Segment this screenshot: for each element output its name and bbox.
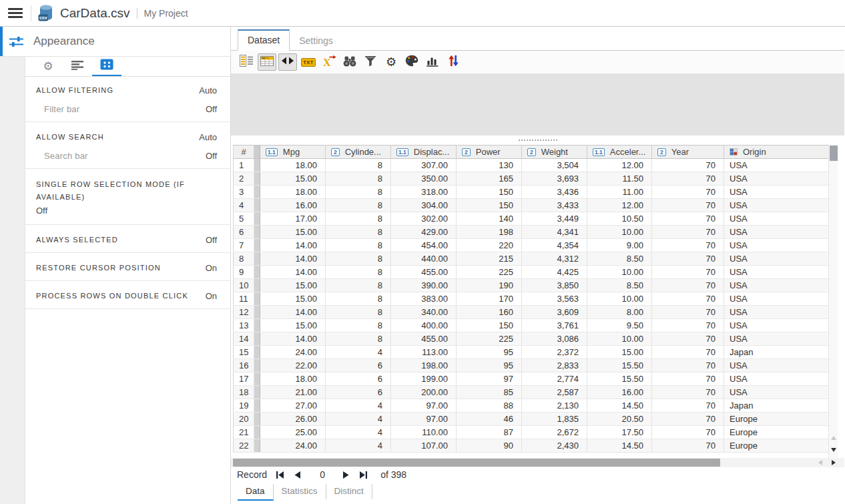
cell-mpg[interactable]: 15.00 <box>260 292 326 306</box>
setting-allow-filtering[interactable]: ALLOW FILTERINGAuto <box>25 81 230 99</box>
setting-restore-cursor-position[interactable]: RESTORE CURSOR POSITIONOn <box>25 258 230 277</box>
row-indicator-cell[interactable] <box>254 172 260 186</box>
table-row[interactable]: 1622.006198.00952,83315.5070USA <box>234 359 829 372</box>
vertical-scrollbar[interactable] <box>828 145 838 458</box>
cell-weight[interactable]: 3,761 <box>522 319 587 332</box>
cell-origin[interactable]: USA <box>724 252 829 266</box>
cell-cylinde[interactable]: 6 <box>326 359 391 372</box>
table-row[interactable]: 814.008440.002154,3128.5070USA <box>234 252 829 266</box>
cell-displac[interactable]: 383.00 <box>391 292 457 306</box>
cell-displac[interactable]: 198.00 <box>391 359 457 372</box>
row-number-cell[interactable]: 20 <box>234 413 254 426</box>
cell-acceler[interactable]: 15.00 <box>587 346 652 359</box>
row-indicator-cell[interactable] <box>254 319 260 332</box>
cell-displac[interactable]: 390.00 <box>391 279 457 292</box>
cell-cylinde[interactable]: 8 <box>326 279 391 292</box>
cell-cylinde[interactable]: 4 <box>326 439 391 453</box>
column-header-year[interactable]: 2Year <box>652 146 724 159</box>
row-number-cell[interactable]: 12 <box>234 306 254 319</box>
cell-year[interactable]: 70 <box>652 386 724 399</box>
scroll-up-icon[interactable] <box>831 436 836 440</box>
table-row[interactable]: 318.008318.001503,43611.0070USA <box>234 186 829 199</box>
cell-origin[interactable]: USA <box>724 386 829 399</box>
cell-year[interactable]: 70 <box>652 226 724 239</box>
cell-power[interactable]: 170 <box>457 292 522 306</box>
bottom-tab-statistics[interactable]: Statistics <box>274 484 326 499</box>
cell-cylinde[interactable]: 4 <box>326 426 391 439</box>
cell-acceler[interactable]: 10.50 <box>587 212 652 226</box>
row-number-cell[interactable]: 9 <box>234 266 254 279</box>
column-header-[interactable]: # <box>234 146 254 159</box>
cell-mpg[interactable]: 15.00 <box>260 279 326 292</box>
cell-displac[interactable]: 304.00 <box>391 199 457 212</box>
cell-mpg[interactable]: 14.00 <box>260 252 326 266</box>
cell-origin[interactable]: USA <box>724 159 829 172</box>
record-index-field[interactable]: 0 <box>311 469 334 480</box>
table-row[interactable]: 416.008304.001503,43312.0070USA <box>234 199 829 212</box>
row-number-cell[interactable]: 6 <box>234 226 254 239</box>
cell-cylinde[interactable]: 8 <box>326 252 391 266</box>
cell-year[interactable]: 70 <box>652 332 724 346</box>
table-row[interactable]: 215.008350.001653,69311.5070USA <box>234 172 829 186</box>
cell-power[interactable]: 165 <box>457 172 522 186</box>
cell-power[interactable]: 87 <box>457 426 522 439</box>
cell-acceler[interactable]: 8.50 <box>587 279 652 292</box>
setting-search-bar[interactable]: Search barOff <box>25 146 230 165</box>
cell-power[interactable]: 140 <box>457 212 522 226</box>
row-indicator-cell[interactable] <box>254 426 260 439</box>
cell-acceler[interactable]: 16.00 <box>587 386 652 399</box>
cell-mpg[interactable]: 16.00 <box>260 199 326 212</box>
cell-power[interactable]: 46 <box>457 413 522 426</box>
row-number-cell[interactable]: 1 <box>234 159 254 172</box>
row-indicator-cell[interactable] <box>254 279 260 292</box>
cell-mpg[interactable]: 14.00 <box>260 332 326 346</box>
row-number-cell[interactable]: 21 <box>234 426 254 439</box>
table-row[interactable]: 2125.004110.00872,67217.5070Europe <box>234 426 829 439</box>
row-number-cell[interactable]: 2 <box>234 172 254 186</box>
cell-power[interactable]: 95 <box>457 346 522 359</box>
cell-displac[interactable]: 307.00 <box>391 159 457 172</box>
cell-power[interactable]: 225 <box>457 332 522 346</box>
cell-mpg[interactable]: 18.00 <box>260 159 326 172</box>
breadcrumb[interactable]: My Project <box>144 8 188 19</box>
cell-power[interactable]: 85 <box>457 386 522 399</box>
column-header-displac[interactable]: 1.1Displac... <box>391 146 457 159</box>
cell-cylinde[interactable]: 4 <box>326 346 391 359</box>
cell-origin[interactable]: USA <box>724 372 829 386</box>
cell-cylinde[interactable]: 6 <box>326 372 391 386</box>
table-row[interactable]: 1927.00497.00882,13014.5070Japan <box>234 399 829 413</box>
cell-cylinde[interactable]: 8 <box>326 226 391 239</box>
cell-acceler[interactable]: 10.00 <box>587 266 652 279</box>
sidebar-tab-grid-view-icon[interactable] <box>92 57 121 76</box>
cell-power[interactable]: 215 <box>457 252 522 266</box>
cell-cylinde[interactable]: 8 <box>326 266 391 279</box>
cell-year[interactable]: 70 <box>652 372 724 386</box>
cell-mpg[interactable]: 14.00 <box>260 266 326 279</box>
cell-cylinde[interactable]: 8 <box>326 332 391 346</box>
cell-weight[interactable]: 2,672 <box>522 426 587 439</box>
cell-year[interactable]: 70 <box>652 186 724 199</box>
cell-mpg[interactable]: 14.00 <box>260 239 326 252</box>
row-indicator-cell[interactable] <box>254 252 260 266</box>
row-number-cell[interactable]: 8 <box>234 252 254 266</box>
cell-origin[interactable]: Japan <box>724 346 829 359</box>
cell-year[interactable]: 70 <box>652 266 724 279</box>
cell-mpg[interactable]: 22.00 <box>260 359 326 372</box>
cell-mpg[interactable]: 25.00 <box>260 426 326 439</box>
cell-year[interactable]: 70 <box>652 159 724 172</box>
cell-acceler[interactable]: 11.00 <box>587 186 652 199</box>
row-number-cell[interactable]: 3 <box>234 186 254 199</box>
cell-displac[interactable]: 318.00 <box>391 186 457 199</box>
row-number-cell[interactable]: 18 <box>234 386 254 399</box>
row-indicator-cell[interactable] <box>254 212 260 226</box>
cell-origin[interactable]: USA <box>724 279 829 292</box>
row-number-cell[interactable]: 16 <box>234 359 254 372</box>
cell-acceler[interactable]: 14.50 <box>587 439 652 453</box>
table-row[interactable]: 914.008455.002254,42510.0070USA <box>234 266 829 279</box>
row-indicator-cell[interactable] <box>254 399 260 413</box>
cell-year[interactable]: 70 <box>652 439 724 453</box>
cell-acceler[interactable]: 15.50 <box>587 359 652 372</box>
cell-power[interactable]: 150 <box>457 186 522 199</box>
cell-cylinde[interactable]: 8 <box>326 212 391 226</box>
cell-cylinde[interactable]: 8 <box>326 199 391 212</box>
